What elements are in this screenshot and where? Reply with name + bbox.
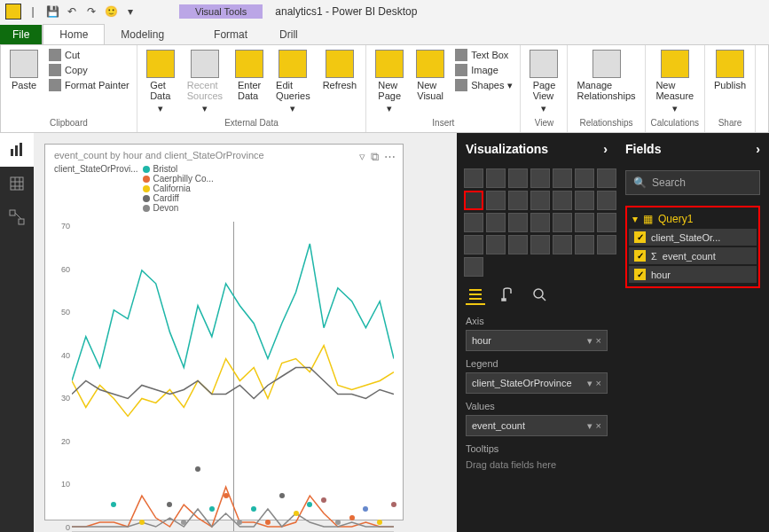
field-event-count[interactable]: ✓Σevent_count [629,247,757,264]
field-client-state[interactable]: ✓client_StateOr... [629,229,757,246]
viz-type-5[interactable] [575,168,594,188]
redo-icon[interactable]: ↷ [83,4,99,20]
legend-item[interactable]: Cardiff [143,193,213,203]
viz-type-21[interactable] [464,235,483,254]
legend-well[interactable]: client_StateOrProvince▾× [466,372,608,394]
collapse-icon[interactable]: › [756,142,760,156]
viz-type-12[interactable] [575,191,594,210]
viz-type-27[interactable] [597,235,616,254]
focus-icon[interactable]: ⧉ [371,150,379,164]
viz-type-26[interactable] [575,235,594,254]
viz-type-1[interactable] [486,168,506,188]
viz-type-23[interactable] [508,235,528,254]
viz-type-16[interactable] [508,213,528,232]
legend-item[interactable]: Bristol [143,164,213,174]
recent-icon [191,50,219,78]
svg-rect-1 [15,145,18,156]
viz-type-6[interactable] [597,168,616,188]
copy-button[interactable]: Copy [47,63,131,77]
chevron-down-icon[interactable]: ▾ [587,335,592,347]
report-canvas[interactable]: ▿ ⧉ ⋯ event_count by hour and client_Sta… [34,133,457,532]
chart-title: event_count by hour and client_StateOrPr… [54,150,394,160]
home-tab[interactable]: Home [43,24,105,44]
checkbox-icon[interactable]: ✓ [634,250,646,262]
viz-type-0[interactable] [464,168,483,188]
viz-type-4[interactable] [553,168,572,188]
edit-queries-button[interactable]: Edit Queries▾ [272,48,314,116]
chevron-down-icon[interactable]: ▾ [587,420,592,432]
checkbox-icon[interactable]: ✓ [634,231,646,243]
enter-data-button[interactable]: Enter Data [231,48,267,103]
viz-type-7[interactable] [464,191,483,210]
qat-dropdown-icon[interactable]: ▾ [122,4,138,20]
view-group: Page View▾ View [521,45,568,132]
query-header[interactable]: ▾▦Query1 [629,211,757,227]
viz-type-3[interactable] [530,168,550,188]
manage-relationships-button[interactable]: Manage Relationships [573,48,639,103]
viz-type-17[interactable] [530,213,550,232]
file-tab[interactable]: File [0,25,43,44]
new-page-button[interactable]: New Page▾ [372,48,407,116]
viz-type-25[interactable] [553,235,572,254]
viz-type-11[interactable] [553,191,572,210]
remove-icon[interactable]: × [596,420,601,432]
undo-icon[interactable]: ↶ [64,4,80,20]
viz-type-22[interactable] [486,235,506,254]
viz-type-24[interactable] [530,235,550,254]
search-input[interactable]: 🔍Search [625,170,760,195]
insert-group: New Page▾ New Visual Text Box Image Shap… [366,45,521,132]
viz-type-10[interactable] [530,191,550,210]
image-button[interactable]: Image [453,63,514,77]
viz-type-13[interactable] [597,191,616,210]
viz-type-15[interactable] [486,213,506,232]
data-view-button[interactable] [0,167,34,200]
smiley-icon[interactable]: 🙂 [103,4,119,20]
line-chart-visual[interactable]: ▿ ⧉ ⋯ event_count by hour and client_Sta… [44,144,404,520]
format-tab[interactable]: Format [198,25,263,44]
axis-well[interactable]: hour▾× [466,330,608,351]
fields-tab-button[interactable] [466,286,485,305]
viz-type-2[interactable] [508,168,528,188]
viz-type-18[interactable] [553,213,572,232]
refresh-button[interactable]: Refresh [319,48,361,92]
viz-type-28[interactable] [464,257,483,277]
analytics-tab-button[interactable] [530,286,549,305]
save-icon[interactable]: 💾 [44,4,60,20]
new-measure-button[interactable]: New Measure▾ [652,48,697,116]
viz-type-9[interactable] [508,191,528,210]
legend-item[interactable]: Caerphilly Co... [143,174,213,184]
shapes-button[interactable]: Shapes▾ [453,78,514,92]
page-view-button[interactable]: Page View▾ [526,48,561,116]
drill-tab[interactable]: Drill [263,25,314,44]
values-well[interactable]: event_count▾× [466,415,608,436]
model-view-button[interactable] [0,200,34,234]
format-painter-button[interactable]: Format Painter [47,78,131,92]
viz-type-19[interactable] [575,213,594,232]
viz-type-8[interactable] [486,191,506,210]
modeling-tab[interactable]: Modeling [105,25,180,44]
visualizations-panel: Visualizations› Axis hour▾× Legend clien… [457,133,616,532]
text-box-button[interactable]: Text Box [453,48,514,62]
recent-sources-button[interactable]: Recent Sources▾ [184,48,226,116]
remove-icon[interactable]: × [596,378,601,389]
more-icon[interactable]: ⋯ [384,150,396,164]
legend-item[interactable]: California [143,184,213,193]
cut-button[interactable]: Cut [47,48,131,62]
collapse-icon[interactable]: › [603,142,608,156]
rel-icon [592,50,621,78]
paste-button[interactable]: Paste [6,48,42,92]
filter-icon[interactable]: ▿ [359,150,365,164]
viz-panel-title: Visualizations [466,142,548,156]
field-hour[interactable]: ✓hour [629,266,757,283]
report-view-button[interactable] [0,133,34,167]
remove-icon[interactable]: × [596,335,601,347]
format-tab-button[interactable] [498,286,517,305]
viz-type-20[interactable] [597,213,616,232]
publish-button[interactable]: Publish [710,48,749,92]
legend-item[interactable]: Devon [143,203,213,213]
checkbox-icon[interactable]: ✓ [634,269,646,280]
new-visual-button[interactable]: New Visual [412,48,448,103]
chevron-down-icon[interactable]: ▾ [587,378,592,389]
get-data-button[interactable]: Get Data▾ [143,48,178,116]
viz-type-14[interactable] [464,213,483,232]
